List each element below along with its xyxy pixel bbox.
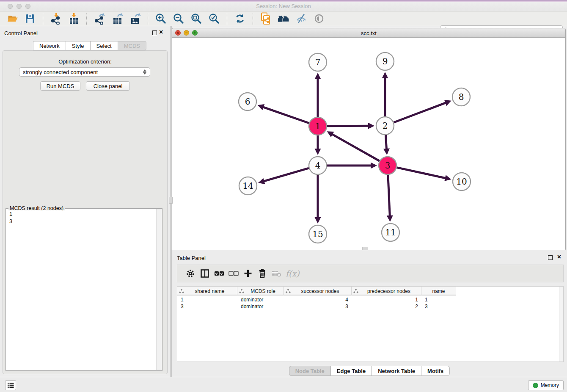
- memory-button[interactable]: Memory: [528, 380, 564, 390]
- home-icon[interactable]: [277, 12, 290, 25]
- table-cell[interactable]: 4: [284, 296, 352, 303]
- hide-graphics-icon[interactable]: [295, 12, 308, 25]
- graph-node-label: 8: [459, 92, 464, 102]
- tab-select[interactable]: Select: [90, 41, 118, 50]
- table-scrollbar[interactable]: [559, 287, 563, 362]
- tab-mcds[interactable]: MCDS: [118, 41, 146, 50]
- graph-edge-3-1[interactable]: [332, 134, 380, 161]
- graph-edge-arrowhead: [368, 123, 374, 129]
- select-all-icon[interactable]: [212, 267, 226, 280]
- copy-network-icon[interactable]: [259, 12, 272, 25]
- network-canvas[interactable]: 7968124314101511: [172, 38, 565, 250]
- table-settings-gear-icon[interactable]: [183, 267, 198, 280]
- graph-edge-2-8[interactable]: [394, 102, 446, 122]
- export-table-icon[interactable]: [111, 12, 124, 25]
- column-header-shared-name[interactable]: shared name: [177, 287, 237, 295]
- column-header-predecessor-nodes[interactable]: predecessor nodes: [352, 287, 421, 295]
- mcds-result-scrollbar[interactable]: [156, 209, 162, 370]
- column-header-MCDS-role[interactable]: MCDS role: [237, 287, 284, 295]
- open-session-icon[interactable]: [6, 12, 19, 25]
- add-column-icon[interactable]: [241, 267, 255, 280]
- table-row[interactable]: 1dominator411: [177, 296, 456, 303]
- column-header-name[interactable]: name: [421, 287, 456, 295]
- table-cell[interactable]: 3: [421, 303, 456, 310]
- tab-node-table[interactable]: Node Table: [289, 366, 330, 376]
- zoom-fit-icon[interactable]: [190, 12, 203, 25]
- close-panel-icon[interactable]: ×: [159, 28, 163, 36]
- graph-edge-1-2[interactable]: [327, 126, 369, 126]
- tab-motifs[interactable]: Motifs: [421, 366, 450, 376]
- table-cell[interactable]: 3: [177, 303, 237, 310]
- network-titlebar[interactable]: × – + scc.txt: [172, 28, 565, 38]
- column-type-icon: [353, 289, 358, 293]
- delete-column-trash-icon[interactable]: [255, 267, 270, 280]
- graph-edge-1-6[interactable]: [263, 107, 309, 123]
- function-builder-icon: f(x): [286, 269, 300, 278]
- float-panel-icon[interactable]: [152, 30, 157, 35]
- graph-node-label: 10: [456, 177, 467, 187]
- graph-node-label: 14: [242, 181, 253, 191]
- table-cell[interactable]: dominator: [237, 303, 284, 310]
- table-panel: Table Panel × f(x) shared nameMCDS roles…: [172, 252, 567, 377]
- mcds-result-text[interactable]: 1 3: [7, 210, 156, 370]
- horizontal-splitter-grip[interactable]: [362, 247, 368, 250]
- table-cell[interactable]: 1: [421, 296, 456, 303]
- import-table-icon[interactable]: [67, 12, 80, 25]
- tab-style[interactable]: Style: [66, 41, 90, 50]
- window-title: Session: New Session: [0, 3, 567, 9]
- save-session-icon[interactable]: [24, 12, 36, 25]
- graph-node-label: 6: [245, 97, 250, 107]
- criterion-dropdown[interactable]: strongly connected component: [19, 67, 150, 77]
- window-accent-strip2: [0, 1, 567, 2]
- graph-edge-2-3[interactable]: [385, 135, 386, 149]
- dropdown-stepper-icon: [143, 69, 146, 75]
- table-row[interactable]: 3dominator323: [177, 303, 456, 310]
- graph-edge-3-11[interactable]: [388, 175, 390, 216]
- export-network-icon[interactable]: [93, 12, 106, 25]
- zoom-in-icon[interactable]: [154, 12, 167, 25]
- close-table-panel-icon[interactable]: ×: [557, 253, 561, 261]
- table-cell[interactable]: 2: [352, 303, 421, 310]
- toolbar-separator: [148, 13, 148, 25]
- table-cell[interactable]: 3: [284, 303, 352, 310]
- tab-network-table[interactable]: Network Table: [372, 366, 421, 376]
- graph-edge-arrowhead: [315, 73, 321, 79]
- criterion-value: strongly connected component: [23, 69, 143, 75]
- run-mcds-button[interactable]: Run MCDS: [40, 81, 80, 91]
- show-graphics-icon[interactable]: [313, 12, 325, 25]
- column-type-icon: [286, 289, 291, 293]
- close-panel-button[interactable]: Close panel: [86, 81, 130, 91]
- refresh-icon[interactable]: [234, 12, 246, 25]
- zoom-out-icon[interactable]: [172, 12, 185, 25]
- export-image-icon[interactable]: [129, 12, 141, 25]
- toolbar-separator: [253, 13, 253, 25]
- tab-edge-table[interactable]: Edge Table: [330, 366, 372, 376]
- tab-network[interactable]: Network: [33, 41, 66, 50]
- table-cell[interactable]: dominator: [237, 296, 284, 303]
- graph-node-label: 15: [312, 229, 323, 239]
- float-table-panel-icon[interactable]: [548, 255, 553, 260]
- column-header-successor-nodes[interactable]: successor nodes: [284, 287, 352, 295]
- zoom-selected-icon[interactable]: [208, 12, 220, 25]
- graph-node-label: 11: [385, 227, 396, 237]
- graph-edge-arrowhead: [383, 149, 390, 155]
- graph-edge-arrowhead: [315, 217, 321, 224]
- import-network-icon[interactable]: [50, 12, 62, 25]
- graph-edge-4-14[interactable]: [263, 168, 308, 181]
- list-icon: [7, 382, 14, 388]
- show-columns-icon[interactable]: [198, 267, 212, 280]
- network-graph[interactable]: 7968124314101511: [172, 38, 565, 250]
- table-cell[interactable]: 1: [177, 296, 237, 303]
- node-table[interactable]: shared nameMCDS rolesuccessor nodesprede…: [177, 286, 564, 362]
- graph-node-label: 2: [383, 121, 388, 131]
- deselect-all-icon[interactable]: [226, 267, 241, 280]
- table-cell[interactable]: 1: [352, 296, 421, 303]
- graph-edge-arrowhead: [258, 104, 265, 110]
- table-toolbar: f(x): [177, 265, 564, 282]
- column-header-label: successor nodes: [291, 288, 350, 294]
- graph-edge-arrowhead: [315, 149, 321, 155]
- graph-edge-3-10[interactable]: [396, 168, 446, 178]
- vertical-splitter-grip[interactable]: [169, 197, 173, 204]
- table-panel-title: Table Panel: [177, 255, 206, 261]
- task-history-button[interactable]: [5, 380, 16, 390]
